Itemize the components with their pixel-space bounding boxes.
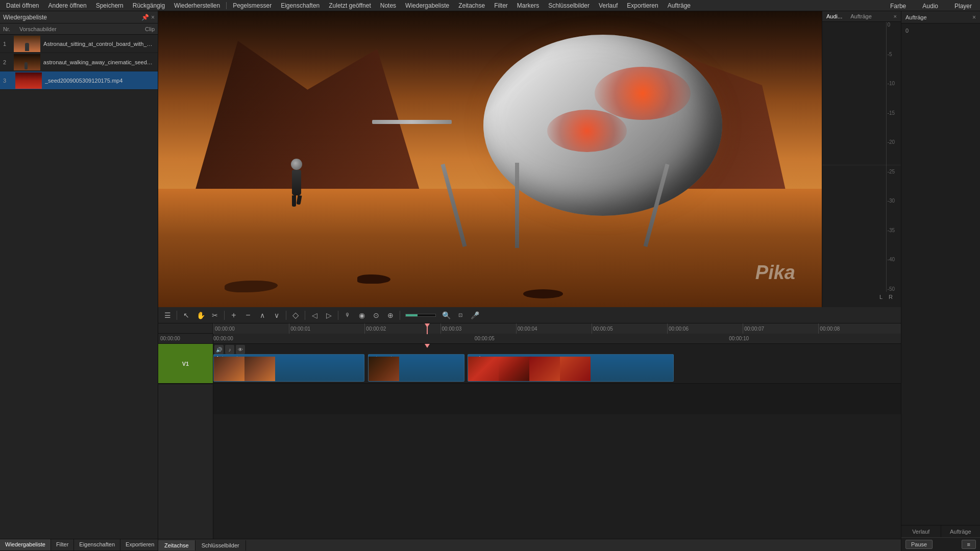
clip-astronaut-2[interactable]: astronaut [368, 354, 464, 382]
right-panel-header: Aufträge × [901, 11, 980, 23]
tl-audio-in-btn[interactable]: 🎙 [341, 309, 354, 321]
timescale-header: 00:00:00 [158, 334, 213, 344]
tl-remove-track-btn[interactable]: − [242, 309, 254, 321]
scale-15: -15 [888, 110, 895, 116]
clip-astronaut-1[interactable]: Astronaut [213, 354, 364, 382]
scale-25: -25 [888, 169, 895, 174]
audio-panel: Audi... Aufträge × 0 -5 -10 -15 -20 -25 … [822, 11, 901, 307]
media-row-2[interactable]: 2 astronaut_walking_away_cinematic_seed4… [0, 53, 158, 71]
clip-thumb-1a [214, 357, 244, 381]
tab-farbe[interactable]: Farbe [886, 2, 910, 11]
tl-zoom-bar[interactable] [405, 314, 436, 317]
menu-filter[interactable]: Filter [490, 1, 512, 10]
media-row-3[interactable]: 3 _seed2009005309120175.mp4 [0, 71, 158, 90]
tl-blade-btn[interactable]: ✂ [209, 309, 221, 321]
track-audio-icon[interactable]: 🔊 [214, 345, 224, 354]
media-panel-pin-icon[interactable]: 📌 [141, 14, 149, 21]
media-list-header: Nr. Vorschaubilder Clip [0, 23, 158, 35]
tl-target-btn[interactable]: ⊕ [384, 309, 397, 321]
tl-hand-btn[interactable]: ✋ [194, 309, 207, 321]
astronaut-legs [291, 195, 302, 207]
tl-unfold-btn[interactable]: ∨ [271, 309, 283, 321]
menu-ruckgang[interactable]: Rückgängig [129, 1, 169, 10]
bottom-tab-schlusselbilder[interactable]: Schlüsselbilder [195, 540, 246, 550]
ruler-mark-7: 00:00:07 [743, 323, 764, 334]
media-panel-close-icon[interactable]: × [151, 14, 155, 21]
tl-sync-btn[interactable]: ⊙ [370, 309, 382, 321]
menu-exportieren[interactable]: Exportieren [623, 1, 662, 10]
tab-filter[interactable]: Filter [51, 539, 74, 550]
menu-separator-1 [226, 2, 227, 9]
tab-eigenschaften[interactable]: Eigenschaften [74, 539, 120, 550]
ruler-mark-4: 00:00:04 [516, 323, 537, 334]
v1-label-bg: V1 [158, 344, 213, 384]
tl-sep-3 [286, 311, 286, 320]
scale-50: -50 [888, 286, 895, 292]
rp-tab-verlauf[interactable]: Verlauf [901, 525, 941, 537]
scene-spacecraft [404, 35, 722, 248]
menu-pegelsmesser[interactable]: Pegelsmesser [229, 1, 276, 10]
tl-prev-edit-btn[interactable]: ◁ [308, 309, 321, 321]
menu-speichern[interactable]: Speichern [92, 1, 128, 10]
left-panel: Wiedergabeliste 📌 × Nr. Vorschaubilder C… [0, 11, 158, 551]
tl-zoom-fill [406, 314, 418, 316]
menu-bar: Datei öffnen Andere öffnen Speichern Rüc… [0, 0, 980, 11]
right-panel-close-icon[interactable]: × [972, 14, 976, 21]
tab-player[interactable]: Player [950, 2, 976, 11]
tl-sep-5 [338, 311, 338, 320]
menu-wiedergabeliste[interactable]: Wiedergabeliste [401, 1, 453, 10]
tab-exportieren[interactable]: Exportieren [120, 539, 160, 550]
timeline-toolbar: ☰ ↖ ✋ ✂ + − ∧ ∨ ◇ ◁ ▷ 🎙 ◉ ⊙ ⊕ [158, 307, 901, 323]
menu-datei-offnen[interactable]: Datei öffnen [2, 1, 43, 10]
tl-fold-btn[interactable]: ∧ [256, 309, 268, 321]
clip-thumb-2a [369, 357, 399, 381]
menu-schlusselbilder[interactable]: Schlüsselbilder [544, 1, 594, 10]
audio-tab-auftrage[interactable]: Aufträge [850, 13, 872, 19]
menu-zuletzt-geoffnet[interactable]: Zuletzt geöffnet [325, 1, 375, 10]
tl-eye-btn[interactable]: ◉ [356, 309, 368, 321]
menu-notes[interactable]: Notes [376, 1, 400, 10]
menu-markers[interactable]: Markers [513, 1, 543, 10]
audio-tab-main[interactable]: Audi... [826, 13, 842, 19]
tl-add-track-btn[interactable]: + [228, 309, 240, 321]
pause-button[interactable]: Pause [905, 540, 933, 549]
menu-wiederherstellen[interactable]: Wiederherstellen [170, 1, 224, 10]
scale-20: -20 [888, 139, 895, 145]
tl-pointer-btn[interactable]: ↖ [180, 309, 192, 321]
l-label: L [879, 294, 883, 300]
track-music-icon[interactable]: ♪ [225, 345, 234, 354]
tl-sep-2 [224, 311, 225, 320]
tl-menu-btn[interactable]: ☰ [161, 309, 174, 321]
tl-next-edit-btn[interactable]: ▷ [323, 309, 335, 321]
media-nr-1: 1 [3, 41, 14, 47]
tab-audio[interactable]: Audio [918, 2, 942, 11]
audio-close-icon[interactable]: × [894, 13, 897, 19]
list-button[interactable]: ≡ [962, 540, 976, 549]
rp-tab-auftrage[interactable]: Aufträge [941, 525, 981, 537]
preview-area: Pika 00:00:04:02 / 00:00:13:21 Quelle Pr… [158, 11, 901, 307]
menu-andere-offnen[interactable]: Andere öffnen [44, 1, 91, 10]
tl-zoom-in-btn[interactable]: 🔍 [440, 309, 452, 321]
tl-trim-btn[interactable]: ◇ [289, 309, 302, 321]
menu-eigenschaften[interactable]: Eigenschaften [277, 1, 324, 10]
ruler-mark-2: 00:00:02 [364, 323, 386, 334]
ruler-playhead-triangle [425, 323, 430, 328]
menu-zeitachse[interactable]: Zeitachse [454, 1, 489, 10]
rock-3 [523, 289, 563, 298]
auftrage-count: 0 [903, 26, 978, 36]
bottom-tab-zeitachse[interactable]: Zeitachse [158, 540, 195, 550]
spacecraft-leg-1 [440, 164, 467, 247]
tl-mic-btn[interactable]: 🎤 [469, 309, 481, 321]
clip-seed[interactable]: seed2009005309120175.mp4 [468, 354, 674, 382]
media-row-1[interactable]: 1 Astronaut_sitting_at_control_board_wit… [0, 35, 158, 53]
preview-frame: Pika [158, 11, 822, 307]
right-panel-title: Aufträge [905, 14, 927, 20]
tab-wiedergabeliste[interactable]: Wiedergabeliste [0, 539, 51, 550]
menu-auftrage[interactable]: Aufträge [664, 1, 695, 10]
clip-thumbs-1 [214, 357, 364, 381]
track-eye-icon[interactable]: 👁 [236, 345, 245, 354]
tl-fit-btn[interactable]: ⊡ [454, 309, 467, 321]
tl-sep-1 [177, 311, 177, 320]
clip-inner-3: seed2009005309120175.mp4 [468, 355, 673, 381]
menu-verlauf[interactable]: Verlauf [595, 1, 622, 10]
